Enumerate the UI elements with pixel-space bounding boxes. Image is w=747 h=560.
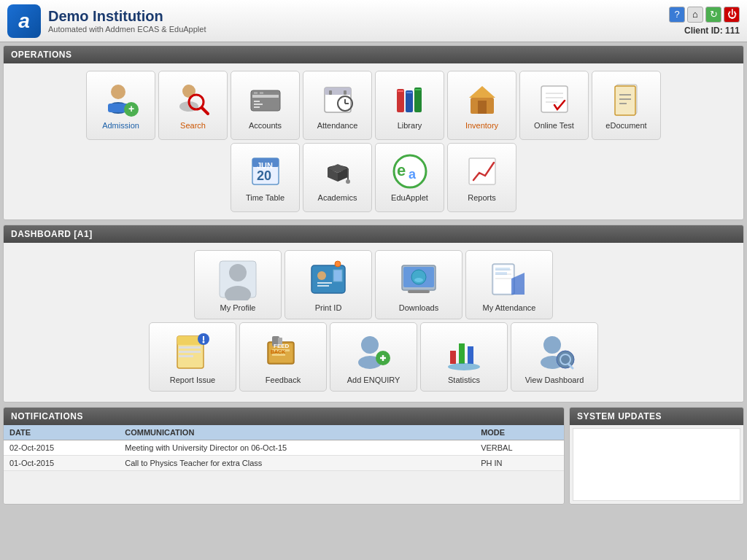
edocument-button[interactable]: eDocument [592, 71, 661, 140]
svg-rect-14 [254, 104, 263, 105]
academics-button[interactable]: Academics [303, 143, 372, 212]
svg-point-50 [346, 179, 350, 184]
svg-point-56 [229, 264, 247, 281]
power-button[interactable]: ⏻ [724, 7, 740, 23]
app-subtitle: Automated with Addmen ECAS & EduApplet [48, 25, 206, 34]
system-updates-panel: SYSTEM UPDATES [569, 407, 744, 505]
svg-point-59 [317, 271, 326, 280]
bottom-row: NOTIFICATIONS DATE COMMUNICATION MODE 02… [3, 407, 744, 505]
add-enquiry-icon [352, 330, 395, 373]
svg-point-0 [111, 85, 125, 99]
time-table-label: Time Table [246, 193, 285, 203]
my-attendance-icon [488, 258, 530, 300]
print-id-icon [307, 258, 349, 300]
main-content: OPERATIONS + Admission [0, 42, 747, 560]
app-header: a Demo Institution Automated with Addmen… [0, 0, 747, 42]
attendance-button[interactable]: Attendance [303, 71, 372, 140]
notifications-panel: NOTIFICATIONS DATE COMMUNICATION MODE 02… [3, 407, 565, 505]
svg-rect-100 [468, 346, 473, 364]
svg-rect-98 [450, 351, 456, 364]
svg-text:BACK: BACK [271, 349, 285, 354]
view-dashboard-label: View Dashboard [525, 376, 584, 384]
edocument-label: eDocument [605, 121, 646, 131]
print-id-label: Print ID [315, 303, 342, 312]
header-left: a Demo Institution Automated with Addmen… [7, 4, 206, 38]
add-enquiry-button[interactable]: Add ENQUIRY [330, 322, 417, 392]
my-attendance-button[interactable]: My Attendance [465, 250, 553, 319]
svg-rect-13 [254, 101, 260, 102]
library-button[interactable]: Library [375, 71, 444, 140]
svg-text:20: 20 [257, 168, 271, 183]
col-date: DATE [4, 425, 119, 440]
eduapplet-icon: e a [391, 152, 429, 190]
reports-icon [463, 152, 501, 190]
admission-button[interactable]: + Admission [86, 71, 155, 140]
my-profile-label: My Profile [220, 303, 256, 312]
report-issue-button[interactable]: Report Issue [149, 322, 236, 392]
time-table-icon: JUN 20 [247, 152, 285, 190]
notification-row[interactable]: 01-Oct-2015 Call to Physics Teacher for … [4, 456, 564, 471]
online-test-icon [535, 80, 573, 118]
header-right: ? ⌂ ↻ ⏻ Client ID: 111 [669, 7, 740, 36]
online-test-label: Online Test [534, 121, 574, 131]
svg-marker-30 [469, 86, 495, 98]
accounts-button[interactable]: Accounts [231, 71, 300, 140]
feedback-button[interactable]: FEED BACK Feedback [239, 322, 327, 392]
search-label: Search [180, 121, 206, 131]
library-icon [391, 80, 429, 118]
svg-rect-31 [478, 101, 487, 114]
svg-rect-11 [254, 92, 258, 94]
svg-rect-79 [179, 346, 201, 349]
refresh-button[interactable]: ↻ [705, 7, 721, 23]
notifications-header: NOTIFICATIONS [4, 408, 564, 425]
dashboard-row1: My Profile Print ID [11, 250, 736, 319]
view-dashboard-icon [533, 330, 576, 373]
system-updates-body [573, 428, 740, 501]
view-dashboard-button[interactable]: View Dashboard [511, 322, 598, 392]
header-title-block: Demo Institution Automated with Addmen E… [48, 8, 206, 34]
add-enquiry-label: Add ENQUIRY [347, 376, 400, 384]
attendance-icon [319, 80, 357, 118]
help-button[interactable]: ? [669, 7, 685, 23]
notif-mode: VERBAL [475, 440, 564, 456]
svg-rect-28 [415, 89, 421, 90]
svg-rect-99 [459, 343, 465, 364]
my-profile-button[interactable]: My Profile [194, 250, 282, 319]
admission-label: Admission [102, 121, 139, 131]
inventory-button[interactable]: Inventory [447, 71, 516, 140]
svg-text:a: a [409, 167, 417, 182]
accounts-icon [247, 80, 285, 118]
time-table-button[interactable]: JUN 20 Time Table [231, 143, 300, 212]
svg-rect-81 [179, 355, 193, 357]
downloads-icon [398, 258, 440, 300]
report-issue-icon [171, 330, 214, 373]
downloads-button[interactable]: Downloads [375, 250, 462, 319]
home-button[interactable]: ⌂ [687, 7, 703, 23]
svg-rect-27 [406, 92, 412, 93]
report-issue-label: Report Issue [170, 376, 215, 384]
svg-rect-22 [344, 90, 347, 95]
eduapplet-label: EduApplet [391, 193, 428, 203]
reports-button[interactable]: Reports [447, 143, 516, 212]
dashboard-header: DASHBOARD [A1] [4, 225, 743, 243]
client-id: Client ID: 111 [684, 26, 740, 36]
svg-rect-32 [541, 86, 568, 112]
search-button[interactable]: Search [158, 71, 228, 140]
eduapplet-button[interactable]: e a EduApplet [375, 143, 444, 212]
inventory-label: Inventory [465, 121, 498, 131]
operations-header: OPERATIONS [4, 46, 743, 63]
online-test-button[interactable]: Online Test [519, 71, 589, 140]
statistics-button[interactable]: Statistics [420, 322, 508, 392]
attendance-label: Attendance [317, 121, 358, 131]
library-label: Library [398, 121, 422, 131]
print-id-button[interactable]: Print ID [285, 250, 372, 319]
notif-mode: PH IN [475, 456, 564, 471]
header-icon-group: ? ⌂ ↻ ⏻ [669, 7, 740, 23]
notification-row[interactable]: 02-Oct-2015 Meeting with University Dire… [4, 440, 564, 456]
svg-rect-23 [397, 89, 404, 112]
svg-point-63 [335, 261, 341, 267]
col-communication: COMMUNICATION [119, 425, 475, 440]
my-attendance-label: My Attendance [483, 303, 536, 312]
svg-rect-74 [495, 268, 510, 271]
col-mode: MODE [475, 425, 564, 440]
